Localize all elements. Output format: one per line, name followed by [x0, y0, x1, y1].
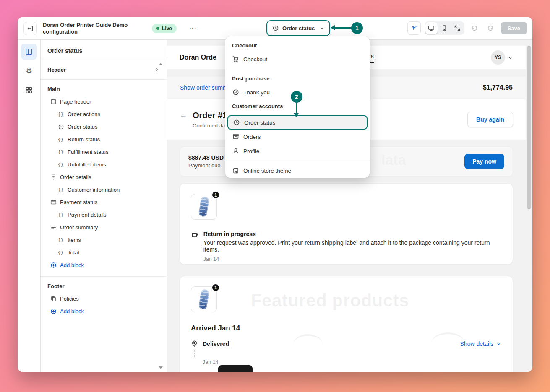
tree-item-page-header[interactable]: Page header [41, 95, 167, 108]
dropdown-item-checkout[interactable]: Checkout [225, 52, 370, 66]
sections-icon [25, 48, 33, 55]
tree-item-items[interactable]: {} Items [41, 234, 167, 246]
mobile-preview-button[interactable] [438, 22, 451, 34]
chevron-down-icon [319, 26, 324, 31]
tree-item-label: Items [68, 237, 81, 243]
quantity-badge: 1 [211, 191, 220, 199]
tree-item-payment-details[interactable]: {} Payment details [41, 208, 167, 221]
panel-title: Order status [41, 40, 167, 60]
live-dot-icon [156, 27, 159, 30]
divider [225, 69, 370, 69]
undo-icon [471, 25, 478, 32]
return-status-title: Return in progress [203, 231, 502, 237]
tree-item-unfulfilled-items[interactable]: {} Unfulfilled items [41, 158, 167, 171]
buy-again-button[interactable]: Buy again [467, 112, 513, 127]
tree-item-order-details[interactable]: Order details [41, 171, 167, 183]
rail-apps-button[interactable] [21, 82, 37, 98]
exit-editor-button[interactable] [23, 22, 37, 35]
desktop-icon [428, 25, 435, 31]
fullscreen-preview-button[interactable] [451, 22, 464, 34]
tree-item-order-actions[interactable]: {} Order actions [41, 108, 167, 120]
pages-icon [50, 295, 57, 302]
tree-item-order-status[interactable]: Order status [41, 120, 167, 133]
block-icon: {} [57, 150, 64, 154]
chevron-down-icon [496, 341, 502, 347]
pay-now-button[interactable]: Pay now [464, 154, 504, 169]
order-confirmed-date: Confirmed Ja [193, 122, 227, 129]
exit-icon [27, 25, 34, 32]
back-arrow-icon[interactable]: ← [180, 111, 189, 120]
more-actions-button[interactable]: ⋯ [186, 23, 199, 34]
add-circle-icon [50, 262, 57, 268]
tree-item-policies[interactable]: Policies [41, 292, 167, 305]
payment-due-label: Payment due [188, 162, 224, 169]
live-status-badge: Live [152, 24, 177, 33]
main-add-block-button[interactable]: Add block [41, 259, 167, 271]
account-menu[interactable]: YS [491, 50, 513, 65]
orders-box-icon [232, 133, 240, 140]
show-details-link[interactable]: Show details [460, 340, 502, 347]
redo-button[interactable] [485, 22, 497, 34]
tree-item-total[interactable]: {} Total [41, 246, 167, 259]
tree-item-fulfillment-status[interactable]: {} Fulfillment status [41, 145, 167, 158]
undo-button[interactable] [468, 22, 481, 34]
preview-scrollbar-thumb[interactable] [527, 46, 531, 209]
add-block-label: Add block [60, 308, 84, 314]
divider [225, 161, 370, 161]
order-status-icon [272, 25, 279, 31]
fullscreen-icon [454, 25, 461, 31]
delivery-status-card: 1 Arrived Jan 14 Delivered Show details [180, 276, 513, 372]
tree-item-label: Policies [60, 296, 79, 302]
header-row-label: Header [47, 67, 66, 73]
live-label: Live [162, 26, 172, 31]
show-order-summary-link[interactable]: Show order summ [180, 84, 228, 91]
tree-item-return-status[interactable]: {} Return status [41, 133, 167, 145]
tree-item-order-summary[interactable]: Order summary [41, 221, 167, 234]
annotation-step-1: 1 [351, 22, 363, 34]
editor-rail: ⚙ [18, 40, 41, 372]
tree-item-label: Total [68, 249, 79, 256]
tree-item-label: Payment status [60, 199, 98, 205]
dropdown-item-orders[interactable]: Orders [225, 130, 370, 144]
panel-scroll-down-arrow[interactable] [159, 366, 163, 369]
page-selector-highlight: Order status [266, 20, 330, 36]
quantity-badge: 1 [211, 283, 220, 292]
tree-item-customer-information[interactable]: {} Customer information [41, 183, 167, 196]
panel-header-row[interactable]: Header [41, 60, 167, 79]
annotation-arrowhead-2 [294, 113, 299, 117]
tree-item-label: Order actions [68, 111, 100, 117]
tree-item-label: Page header [60, 99, 91, 105]
save-button[interactable]: Save [501, 22, 527, 34]
timeline-connector [194, 350, 195, 358]
dropdown-item-profile[interactable]: Profile [225, 144, 370, 158]
delivery-title: Arrived Jan 14 [191, 324, 502, 332]
desktop-preview-button[interactable] [425, 22, 438, 34]
dropdown-item-label: Online store theme [243, 168, 291, 174]
dropdown-group-checkout: Checkout [225, 42, 370, 52]
location-pin-icon [191, 340, 198, 348]
dropdown-item-label: Checkout [243, 56, 267, 62]
page-selector-button[interactable]: Order status [268, 22, 328, 34]
partial-dark-button[interactable] [218, 365, 253, 372]
block-icon: {} [57, 187, 64, 192]
rail-settings-button[interactable]: ⚙ [21, 63, 37, 79]
footer-add-block-button[interactable]: Add block [41, 305, 167, 317]
order-title: Order #1 [193, 111, 227, 120]
dropdown-item-label: Profile [243, 148, 259, 154]
dropdown-group-post-purchase: Post purchase [225, 72, 370, 85]
block-icon: {} [57, 162, 64, 167]
tree-item-label: Return status [68, 136, 100, 143]
block-icon: {} [57, 213, 64, 217]
topbar-right: Save [407, 21, 527, 35]
dropdown-item-online-store-theme[interactable]: Online store theme [225, 164, 370, 178]
profile-icon [232, 147, 240, 155]
check-circle-icon [232, 88, 240, 96]
payment-icon [50, 199, 57, 205]
chevron-down-icon [508, 55, 513, 60]
panel-scroll-up-arrow[interactable] [159, 63, 163, 65]
page-selector-dropdown: Checkout Checkout Post purchase Thank yo… [225, 36, 370, 178]
dropdown-item-order-status[interactable]: Order status [227, 115, 368, 130]
tree-item-payment-status[interactable]: Payment status [41, 196, 167, 208]
rail-sections-button[interactable] [21, 44, 37, 60]
inspector-button[interactable] [407, 21, 421, 35]
